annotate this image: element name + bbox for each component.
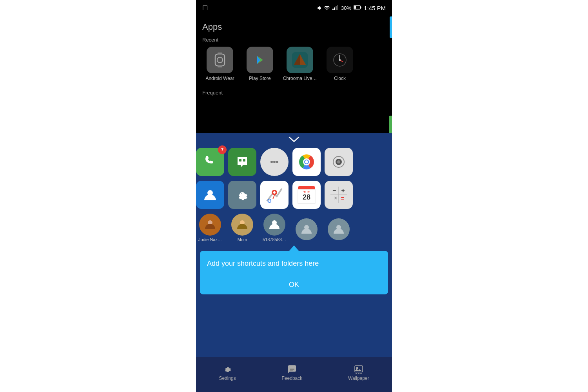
svg-rect-53 [343, 189, 344, 192]
contacts-row: Jodie Naz… Mom 51878583… [196, 214, 392, 242]
chrome-icon[interactable] [292, 148, 321, 176]
svg-rect-25 [239, 159, 241, 162]
svg-rect-56 [341, 199, 344, 200]
play-store-icon [247, 47, 273, 73]
app-play-store[interactable]: Play Store [242, 47, 278, 81]
svg-rect-3 [336, 6, 337, 10]
tooltip-popup: Add your shortcuts and folders here [200, 251, 388, 275]
tooltip-text: Add your shortcuts and folders here [207, 260, 381, 268]
contact4-avatar [296, 218, 318, 240]
number-label: 51878583… [263, 237, 286, 242]
svg-rect-62 [290, 368, 294, 368]
settings-icon[interactable] [228, 181, 256, 209]
svg-rect-55 [341, 197, 344, 198]
svg-point-37 [337, 160, 340, 163]
svg-rect-10 [218, 65, 222, 67]
svg-text:TUE: TUE [303, 191, 310, 194]
phone-icon[interactable]: 7 [196, 148, 224, 176]
svg-point-24 [339, 59, 341, 61]
svg-rect-9 [218, 53, 222, 54]
wifi-icon [324, 5, 330, 11]
settings-nav-icon [223, 365, 232, 374]
svg-point-0 [327, 9, 328, 10]
wallpaper-nav-icon [354, 365, 363, 374]
svg-rect-69 [358, 373, 359, 374]
contact5-avatar [328, 218, 350, 240]
wallpaper-label: Wallpaper [348, 376, 369, 381]
contact-jodie[interactable]: Jodie Naz… [196, 214, 224, 242]
svg-rect-51 [333, 190, 336, 191]
apps-panel: Apps Recent Android Wear [196, 16, 392, 87]
android-wear-label: Android Wear [205, 76, 234, 81]
maps-icon[interactable]: G [260, 181, 289, 209]
mom-label: Mom [238, 237, 247, 242]
bluetooth-icon: ✱ [317, 5, 321, 11]
contact-mom[interactable]: Mom [228, 214, 256, 242]
svg-rect-68 [360, 373, 362, 374]
jodie-label: Jodie Naz… [198, 237, 222, 242]
chrooma-label: Chrooma Live… [283, 76, 317, 81]
recent-label: Recent [202, 37, 386, 43]
android-wear-icon [207, 47, 233, 73]
svg-rect-67 [356, 373, 357, 374]
svg-text:28: 28 [303, 193, 310, 201]
contact-number[interactable]: 51878583… [260, 214, 289, 242]
tooltip-container: Add your shortcuts and folders here OK [200, 251, 388, 294]
svg-point-29 [276, 161, 278, 163]
svg-rect-26 [243, 159, 245, 162]
svg-point-28 [273, 161, 276, 163]
status-right-icons: ✱ 30% [317, 5, 386, 11]
quotes-icon[interactable] [228, 148, 256, 176]
contacts-icon[interactable] [196, 181, 224, 209]
calendar-icon[interactable]: 28 TUE [292, 181, 321, 209]
svg-text:×: × [334, 195, 337, 201]
svg-point-34 [305, 160, 308, 163]
app-chrooma[interactable]: Chrooma Live… [282, 47, 318, 81]
settings-label: Settings [219, 376, 236, 381]
nav-wallpaper[interactable]: Wallpaper [348, 365, 369, 381]
contact-5[interactable] [325, 218, 353, 242]
app-clock[interactable]: Clock [322, 47, 358, 81]
svg-rect-8 [215, 54, 225, 66]
phone-container: ☐ ✱ 30% [196, 0, 392, 392]
dock-row-2: G 28 TUE [196, 181, 392, 209]
ok-button[interactable]: OK [200, 275, 388, 294]
app-android-wear[interactable]: Android Wear [202, 47, 238, 81]
time-display: 1:45 PM [364, 5, 386, 11]
status-bar: ☐ ✱ 30% [196, 0, 392, 16]
battery-percent: 30% [341, 5, 351, 11]
svg-rect-6 [361, 6, 361, 8]
svg-rect-64 [290, 370, 293, 371]
ok-label: OK [289, 281, 299, 289]
nav-settings[interactable]: Settings [219, 365, 236, 381]
bottom-nav: Settings Feedback [196, 357, 392, 392]
scroll-indicator [390, 16, 392, 38]
contact-4[interactable] [292, 218, 321, 242]
svg-point-11 [217, 57, 223, 63]
phone-badge: 7 [218, 145, 227, 154]
svg-rect-4 [337, 5, 338, 10]
battery-icon [354, 5, 361, 11]
svg-rect-1 [332, 9, 334, 10]
clock-icon [327, 47, 353, 73]
chrooma-icon [287, 47, 313, 73]
svg-rect-7 [354, 6, 356, 8]
svg-point-41 [273, 191, 276, 194]
svg-rect-2 [334, 7, 335, 10]
dots-menu-icon[interactable] [260, 148, 289, 176]
tooltip-arrow [289, 245, 299, 252]
calculator-icon[interactable]: × [325, 181, 353, 209]
home-section: 7 [196, 133, 392, 392]
signal-icon [332, 5, 339, 11]
nav-feedback[interactable]: Feedback [282, 365, 303, 381]
feedback-nav-icon [287, 365, 297, 374]
frequent-label: Frequent [196, 87, 392, 98]
svg-point-27 [270, 161, 273, 163]
svg-rect-65 [355, 366, 363, 372]
svg-point-66 [356, 367, 358, 369]
clock-label: Clock [334, 76, 346, 81]
chevron-down-icon [196, 133, 392, 148]
feedback-label: Feedback [282, 376, 303, 381]
focus-icon[interactable] [325, 148, 353, 176]
apps-title: Apps [202, 22, 386, 32]
